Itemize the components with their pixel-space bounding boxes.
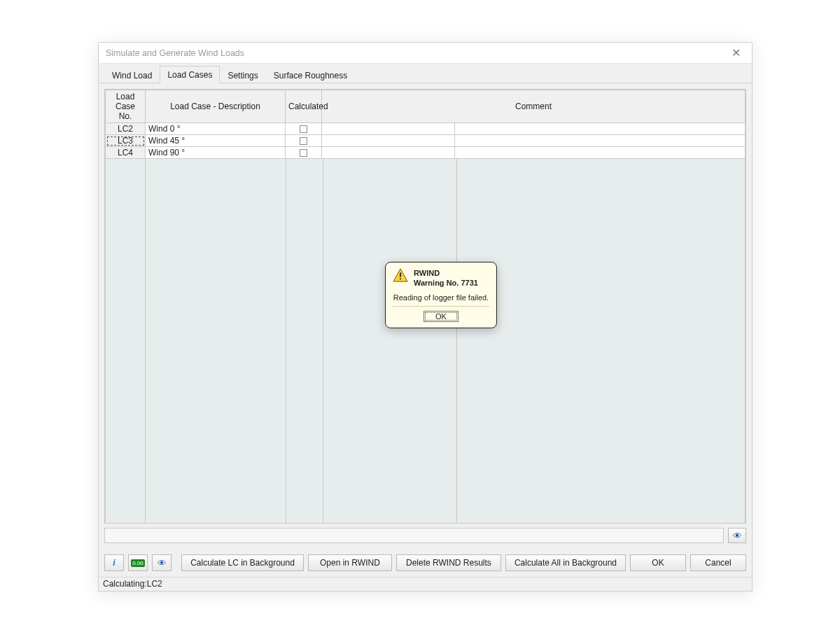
row-comment[interactable] [322, 135, 455, 147]
checkbox-icon[interactable] [300, 149, 307, 157]
row-pad [455, 135, 746, 147]
tab-settings[interactable]: Settings [220, 66, 265, 83]
row-no[interactable]: LC3 [106, 135, 146, 147]
dialog-message: Reading of logger file failed. [393, 293, 489, 307]
col-header-desc[interactable]: Load Case - Description [146, 90, 286, 123]
svg-rect-1 [400, 272, 401, 276]
help-button[interactable]: i [104, 554, 124, 571]
delete-rwind-results-button[interactable]: Delete RWIND Results [396, 554, 501, 571]
row-comment[interactable] [322, 147, 455, 159]
row-pad [455, 147, 746, 159]
dialog-title: RWIND [414, 268, 478, 278]
tab-bar: Wind Load Load Cases Settings Surface Ro… [99, 64, 752, 83]
status-bar: Calculating:LC2 [99, 577, 752, 591]
title-bar: Simulate and Generate Wind Loads ✕ [99, 43, 752, 64]
svg-rect-2 [400, 279, 401, 280]
grid-empty-area [105, 159, 746, 523]
warning-dialog: RWIND Warning No. 7731 Reading of logger… [385, 262, 497, 328]
eye-icon: 👁 [733, 531, 742, 541]
help-icon: i [113, 558, 115, 568]
window-title: Simulate and Generate Wind Loads [106, 48, 244, 58]
row-comment[interactable] [322, 123, 455, 135]
close-icon[interactable]: ✕ [727, 45, 745, 61]
status-text: Calculating:LC2 [103, 579, 162, 589]
info-box [104, 528, 724, 543]
checkbox-icon[interactable] [300, 125, 307, 133]
col-header-no[interactable]: Load Case No. [106, 90, 146, 123]
info-row: 👁 [104, 528, 746, 543]
calculate-lc-bg-button[interactable]: Calculate LC in Background [181, 554, 304, 571]
dialog-subtitle: Warning No. 7731 [414, 278, 478, 288]
row-no[interactable]: LC4 [106, 147, 146, 159]
table-row[interactable]: LC3Wind 45 ° [106, 135, 746, 147]
row-calculated[interactable] [286, 135, 322, 147]
button-row: i 0.00 👁 Calculate LC in Background Open… [99, 549, 752, 577]
warning-icon [393, 268, 408, 282]
checkbox-icon[interactable] [300, 137, 307, 145]
col-header-comment[interactable]: Comment [322, 90, 746, 123]
eye-icon: 👁 [158, 558, 167, 568]
calculate-all-bg-button[interactable]: Calculate All in Background [505, 554, 626, 571]
row-pad [455, 123, 746, 135]
ok-button[interactable]: OK [630, 554, 686, 571]
visibility-button[interactable]: 👁 [152, 554, 172, 571]
row-calculated[interactable] [286, 123, 322, 135]
table-row[interactable]: LC2Wind 0 ° [106, 123, 746, 135]
cancel-button[interactable]: Cancel [690, 554, 746, 571]
view-toggle-button[interactable]: 👁 [728, 528, 746, 543]
row-no[interactable]: LC2 [106, 123, 146, 135]
row-desc[interactable]: Wind 90 ° [146, 147, 286, 159]
grid-table: Load Case No. Load Case - Description Ca… [105, 90, 746, 159]
units-icon: 0.00 [131, 559, 145, 567]
row-desc[interactable]: Wind 0 ° [146, 123, 286, 135]
table-row[interactable]: LC4Wind 90 ° [106, 147, 746, 159]
tab-surface-roughness[interactable]: Surface Roughness [266, 66, 355, 83]
dialog-ok-button[interactable]: OK [424, 311, 458, 322]
col-header-calc[interactable]: Calculated [286, 90, 322, 123]
units-button[interactable]: 0.00 [128, 554, 148, 571]
row-desc[interactable]: Wind 45 ° [146, 135, 286, 147]
tab-load-cases[interactable]: Load Cases [160, 66, 220, 83]
tab-wind-load[interactable]: Wind Load [104, 66, 160, 83]
open-in-rwind-button[interactable]: Open in RWIND [308, 554, 392, 571]
row-calculated[interactable] [286, 147, 322, 159]
